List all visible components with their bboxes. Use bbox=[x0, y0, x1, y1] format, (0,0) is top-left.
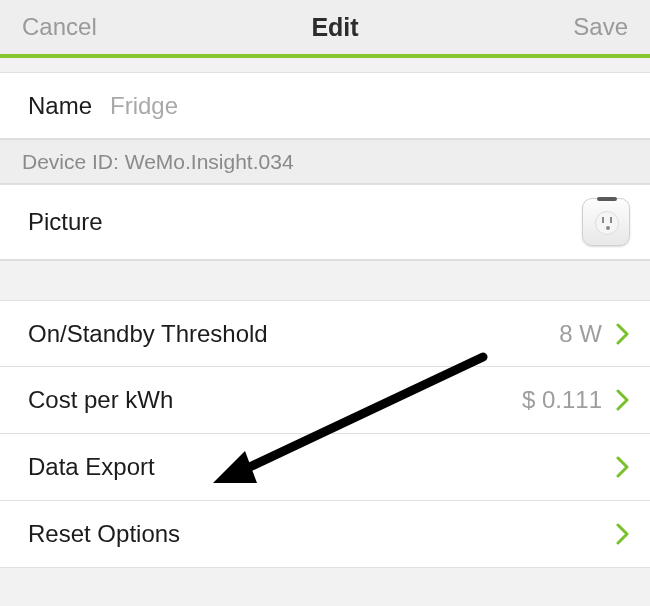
data-export-row[interactable]: Data Export bbox=[0, 434, 650, 501]
cost-row[interactable]: Cost per kWh $ 0.111 bbox=[0, 367, 650, 434]
cost-label: Cost per kWh bbox=[28, 386, 173, 414]
gap bbox=[0, 568, 650, 582]
device-id-bar: Device ID: WeMo.Insight.034 bbox=[0, 139, 650, 184]
chevron-right-icon bbox=[616, 323, 630, 345]
page-title: Edit bbox=[311, 13, 358, 42]
threshold-value: 8 W bbox=[559, 320, 602, 348]
data-export-label: Data Export bbox=[28, 453, 155, 481]
reset-options-row[interactable]: Reset Options bbox=[0, 501, 650, 568]
save-button[interactable]: Save bbox=[573, 13, 628, 41]
gap bbox=[0, 58, 650, 72]
cost-value: $ 0.111 bbox=[522, 386, 602, 414]
name-row[interactable]: Name Fridge bbox=[0, 72, 650, 139]
device-id-text: Device ID: WeMo.Insight.034 bbox=[22, 150, 294, 174]
chevron-right-icon bbox=[616, 523, 630, 545]
name-input[interactable]: Fridge bbox=[110, 92, 630, 120]
section-gap bbox=[0, 260, 650, 300]
smart-plug-icon bbox=[582, 198, 630, 246]
chevron-right-icon bbox=[616, 389, 630, 411]
picture-row[interactable]: Picture bbox=[0, 184, 650, 260]
reset-options-label: Reset Options bbox=[28, 520, 180, 548]
threshold-label: On/Standby Threshold bbox=[28, 320, 268, 348]
threshold-row[interactable]: On/Standby Threshold 8 W bbox=[0, 300, 650, 367]
cancel-button[interactable]: Cancel bbox=[22, 13, 97, 41]
picture-label: Picture bbox=[28, 208, 103, 236]
chevron-right-icon bbox=[616, 456, 630, 478]
header-bar: Cancel Edit Save bbox=[0, 0, 650, 58]
name-label: Name bbox=[28, 92, 92, 120]
